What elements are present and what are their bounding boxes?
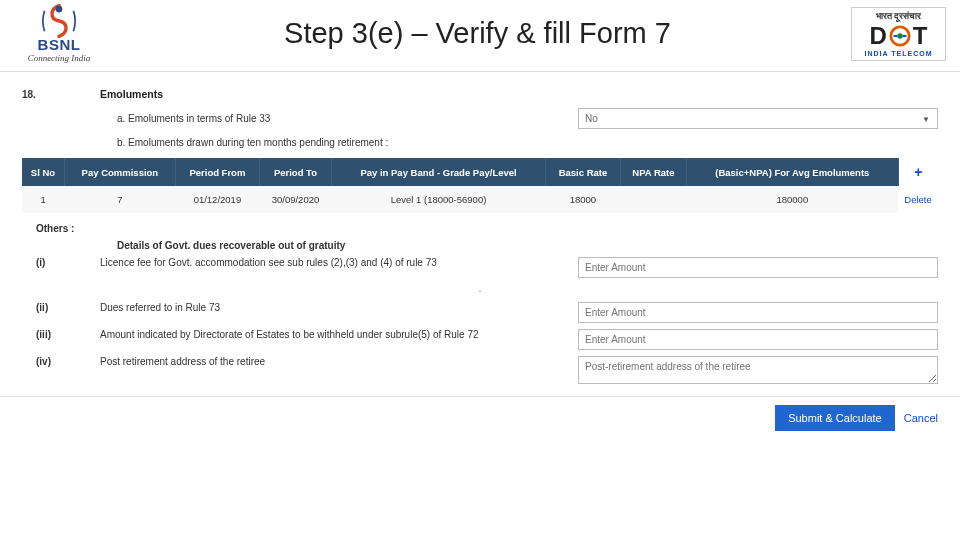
submit-calculate-button[interactable]: Submit & Calculate: [775, 405, 895, 431]
cell-periodto: 30/09/2020: [259, 186, 331, 213]
table-header-row: Sl No Pay Commission Period From Period …: [22, 158, 938, 186]
dot-india-text: INDIA TELECOM: [858, 50, 939, 57]
cell-nparate: [620, 186, 686, 213]
dot-o-icon: [889, 25, 911, 47]
dot-hindi-text: भारत दूरसंचार: [858, 11, 939, 22]
th-basicrate: Basic Rate: [546, 158, 621, 186]
govt-dues-heading: Details of Govt. dues recoverable out of…: [117, 240, 938, 251]
dues-iv-label: Post retirement address of the retiree: [100, 356, 578, 367]
bsnl-logo: BSNL Connecting India: [14, 4, 104, 63]
svg-point-0: [56, 6, 63, 13]
th-periodto: Period To: [259, 158, 331, 186]
table-row: 1 7 01/12/2019 30/09/2020 Level 1 (18000…: [22, 186, 938, 213]
dues-ii-num: (ii): [22, 302, 100, 313]
cancel-button[interactable]: Cancel: [904, 412, 938, 424]
ten-months-label: b. Emoluments drawn during ten months pe…: [117, 137, 938, 148]
dues-ii-label: Dues referred to in Rule 73: [100, 302, 578, 313]
dues-iv-textarea[interactable]: [578, 356, 938, 384]
dues-iii-input[interactable]: [578, 329, 938, 350]
cell-avgemol: 180000: [687, 186, 898, 213]
dues-i-num: (i): [22, 257, 100, 268]
section-number: 18.: [22, 89, 100, 100]
dues-i-label: Licence fee for Govt. accommodation see …: [100, 257, 578, 268]
rule33-select[interactable]: No: [578, 108, 938, 129]
page-title: Step 3(e) – Verify & fill Form 7: [104, 17, 851, 50]
cell-periodfrom: 01/12/2019: [175, 186, 259, 213]
others-heading: Others :: [36, 223, 938, 234]
page-header: BSNL Connecting India Step 3(e) – Verify…: [0, 0, 960, 72]
bsnl-text: BSNL: [38, 36, 81, 53]
dues-ii-input[interactable]: [578, 302, 938, 323]
dues-i-input[interactable]: [578, 257, 938, 278]
th-slno: Sl No: [22, 158, 64, 186]
separator-dot: .: [22, 284, 938, 296]
section-title: Emoluments: [100, 88, 938, 100]
dues-iii-label: Amount indicated by Directorate of Estat…: [100, 329, 578, 340]
dues-iv-num: (iv): [22, 356, 100, 367]
form-content: 18. Emoluments a. Emoluments in terms of…: [0, 72, 960, 396]
rule33-label: a. Emoluments in terms of Rule 33: [117, 113, 578, 124]
th-periodfrom: Period From: [175, 158, 259, 186]
footer-actions: Submit & Calculate Cancel: [0, 396, 960, 439]
bsnl-tagline: Connecting India: [28, 53, 91, 63]
emoluments-table: Sl No Pay Commission Period From Period …: [22, 158, 938, 213]
th-paycommission: Pay Commission: [64, 158, 175, 186]
th-avgemol: (Basic+NPA) For Avg Emoluments: [687, 158, 898, 186]
bsnl-logo-icon: [37, 4, 81, 38]
dues-iii-num: (iii): [22, 329, 100, 340]
add-row-button[interactable]: +: [898, 158, 938, 186]
cell-payband: Level 1 (18000-56900): [331, 186, 545, 213]
dot-logo: भारत दूरसंचार D T INDIA TELECOM: [851, 7, 946, 61]
svg-point-2: [897, 33, 903, 39]
cell-slno: 1: [22, 186, 64, 213]
dot-t: T: [913, 22, 928, 50]
cell-basicrate: 18000: [546, 186, 621, 213]
th-nparate: NPA Rate: [620, 158, 686, 186]
dot-d: D: [869, 22, 886, 50]
th-payband: Pay in Pay Band - Grade Pay/Level: [331, 158, 545, 186]
delete-row-button[interactable]: Delete: [898, 186, 938, 213]
cell-paycommission: 7: [64, 186, 175, 213]
